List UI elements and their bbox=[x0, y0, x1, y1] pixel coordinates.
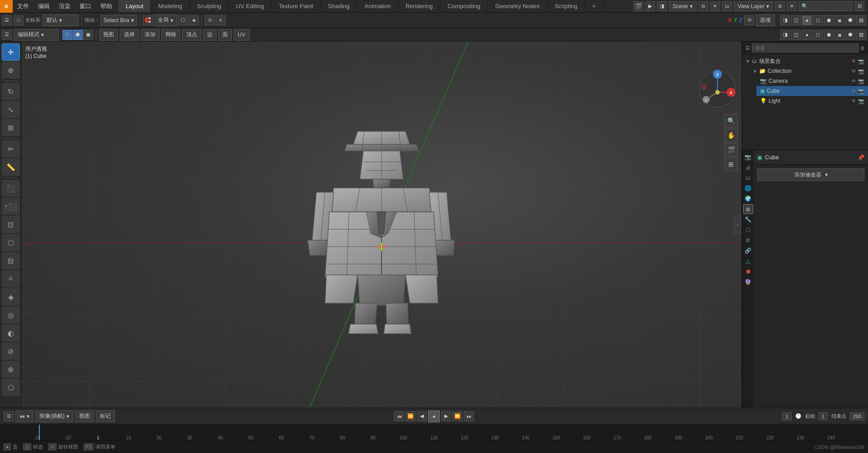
tool-shrink[interactable]: ⊗ bbox=[2, 361, 20, 378]
pin-icon[interactable]: 📌 bbox=[858, 154, 864, 161]
render-icon[interactable]: 📷 bbox=[858, 98, 864, 104]
wireframe-editmode-icon[interactable]: ◻ bbox=[813, 30, 823, 40]
vertex-mode-icon[interactable]: ⬡ bbox=[62, 30, 72, 40]
prop-object-icon[interactable]: ▣ bbox=[743, 204, 753, 214]
tool-shear[interactable]: ⬡ bbox=[2, 379, 20, 396]
render-animation-icon[interactable]: ▶ bbox=[645, 1, 655, 11]
tab-animation[interactable]: Animation bbox=[357, 0, 398, 12]
box-select-key[interactable]: ⊡ bbox=[23, 443, 31, 450]
transform-gizmos-icon[interactable]: ⟲ bbox=[744, 15, 754, 25]
rendered-icon[interactable]: ◼ bbox=[824, 15, 834, 25]
tool-rotate[interactable]: ↻ bbox=[2, 83, 20, 100]
prop-particles-icon[interactable]: ⬡ bbox=[743, 225, 753, 235]
tab-rendering[interactable]: Rendering bbox=[398, 0, 440, 12]
prop-shading-icon[interactable]: 🔮 bbox=[743, 277, 753, 287]
prop-data-icon[interactable]: △ bbox=[743, 256, 753, 266]
tool-move[interactable]: ⊕ bbox=[2, 62, 20, 79]
snap-toggle-icon[interactable]: 🧲 bbox=[143, 15, 153, 25]
menu-window[interactable]: 窗口 bbox=[75, 0, 96, 12]
material-icon[interactable]: ◙ bbox=[835, 15, 844, 25]
jump-end-btn[interactable]: ⏭ bbox=[464, 411, 474, 421]
tool-inset[interactable]: ⊡ bbox=[2, 216, 20, 233]
prop-constraints-icon[interactable]: 🔗 bbox=[743, 246, 753, 256]
editor-type-timeline-icon[interactable]: ☰ bbox=[4, 411, 14, 421]
end-frame[interactable]: 250 bbox=[850, 412, 864, 420]
current-frame[interactable]: 1 bbox=[782, 412, 791, 420]
outliner-item-collection[interactable]: ▼ 📁 Collection 👁 📷 bbox=[749, 66, 868, 76]
jump-start-btn[interactable]: ⏮ bbox=[394, 411, 404, 421]
visibility-icon[interactable]: 👁 bbox=[851, 88, 856, 94]
prop-physics-icon[interactable]: ⚙ bbox=[743, 235, 753, 245]
proportional-type-icon[interactable]: ∧ bbox=[216, 15, 226, 25]
editmode-dropdown[interactable]: 编辑模式 ▾ bbox=[14, 29, 59, 41]
select-mode-dropdown[interactable]: Select Box ▾ bbox=[100, 15, 137, 26]
render-icon[interactable]: 📷 bbox=[858, 58, 864, 64]
tab-texture-paint[interactable]: Texture Paint bbox=[272, 0, 321, 12]
vertex-menu[interactable]: 顶点 bbox=[182, 29, 201, 41]
prev-keyframe-btn[interactable]: ⏪ bbox=[406, 411, 415, 421]
render-icon[interactable]: 📷 bbox=[858, 88, 864, 94]
filter-icon[interactable]: ⊟ bbox=[854, 1, 864, 11]
outliner-item-cube[interactable]: ▣ Cube 👁 📷 bbox=[756, 86, 868, 96]
interpolation-dropdown[interactable]: 抠像(插帧) ▾ bbox=[35, 410, 73, 422]
render-icon[interactable]: 🎬 bbox=[633, 1, 643, 11]
timeline-ruler[interactable]: -20 -10 1 10 20 30 40 50 60 70 80 90 100… bbox=[0, 424, 868, 440]
grid-viewport-icon[interactable]: ⊞ bbox=[724, 157, 738, 171]
visibility-icon[interactable]: 👁 bbox=[851, 68, 856, 74]
viewport-shading-icon[interactable]: ◨ bbox=[657, 1, 667, 11]
snap-options-icon[interactable]: ⬡ bbox=[178, 15, 188, 25]
tool-spin[interactable]: ◎ bbox=[2, 306, 20, 324]
tab-layout[interactable]: Layout bbox=[118, 0, 151, 12]
tool-polypen[interactable]: ◈ bbox=[2, 288, 20, 305]
tool-edge-slide[interactable]: ⊘ bbox=[2, 343, 20, 360]
tool-smooth[interactable]: ◐ bbox=[2, 324, 20, 342]
outliner-search[interactable] bbox=[752, 43, 859, 52]
tab-geometry-nodes[interactable]: Geometry Nodes bbox=[488, 0, 547, 12]
view-layer-icon[interactable]: 🗂 bbox=[722, 1, 732, 11]
proportional-editing-icon[interactable]: ⊙ bbox=[205, 15, 215, 25]
prop-modifier-icon[interactable]: 🔧 bbox=[743, 215, 753, 224]
menu-file[interactable]: 文件 bbox=[13, 0, 33, 12]
menu-render[interactable]: 渲染 bbox=[54, 0, 75, 12]
camera-viewport-icon[interactable]: 🎬 bbox=[724, 143, 738, 157]
tool-cursor[interactable]: ✛ bbox=[2, 43, 20, 61]
tab-compositing[interactable]: Compositing bbox=[440, 0, 488, 12]
tab-shading[interactable]: Shading bbox=[321, 0, 358, 12]
tab-scripting[interactable]: Scripting bbox=[547, 0, 585, 12]
view-layer-selector[interactable]: View Layer ▾ bbox=[734, 1, 773, 11]
add-menu[interactable]: 添加 bbox=[141, 29, 160, 41]
step-fwd-btn[interactable]: ▶ bbox=[441, 411, 451, 421]
overlay-editmode-icon[interactable]: ◨ bbox=[780, 30, 790, 40]
extra2-editmode-icon[interactable]: ▨ bbox=[856, 30, 866, 40]
copy-scene-icon[interactable]: ⧉ bbox=[698, 1, 708, 11]
outliner-item-light[interactable]: 💡 Light 👁 📷 bbox=[756, 96, 868, 106]
step-back-btn[interactable]: ◀ bbox=[417, 411, 427, 421]
editor-type-icon[interactable]: ☰ bbox=[2, 15, 12, 25]
tool-transform[interactable]: ⊞ bbox=[2, 119, 20, 136]
options-btn[interactable]: 选项 bbox=[756, 14, 775, 26]
tool-add-cube[interactable]: ⬛ bbox=[2, 180, 20, 197]
view-timeline-btn[interactable]: 视图 bbox=[75, 410, 94, 422]
menu-edit[interactable]: 编辑 bbox=[33, 0, 54, 12]
rotate-key[interactable]: ↻ bbox=[48, 443, 57, 450]
material-editmode-icon[interactable]: ◙ bbox=[835, 30, 844, 40]
copy-view-layer-icon[interactable]: ⧉ bbox=[775, 1, 785, 11]
tool-scale[interactable]: ⤡ bbox=[2, 101, 20, 118]
close-scene-icon[interactable]: ✕ bbox=[710, 1, 720, 11]
visibility-icon[interactable]: 👁 bbox=[851, 78, 856, 84]
coord-dropdown[interactable]: 默认 ▾ bbox=[42, 14, 79, 26]
menu-key[interactable]: F3 bbox=[84, 443, 94, 450]
playback-dropdown[interactable]: ⏮ ▾ bbox=[15, 410, 33, 422]
visibility-icon[interactable]: 👁 bbox=[851, 98, 856, 104]
uv-menu[interactable]: UV bbox=[234, 29, 250, 41]
extra-editmode-icon[interactable]: ⬟ bbox=[845, 30, 855, 40]
tool-annotate[interactable]: ✏ bbox=[2, 140, 20, 157]
snap-extra-icon[interactable]: ◈ bbox=[189, 15, 199, 25]
next-keyframe-btn[interactable]: ⏩ bbox=[453, 411, 462, 421]
prop-render-icon[interactable]: 📷 bbox=[743, 152, 753, 162]
global-search[interactable]: 🔍 bbox=[798, 1, 853, 11]
visibility-icon[interactable]: 👁 bbox=[851, 58, 856, 64]
tool-loop-cut[interactable]: ⊟ bbox=[2, 252, 20, 269]
prop-world-icon[interactable]: 🌍 bbox=[743, 194, 753, 204]
play-stop-btn[interactable]: ● bbox=[428, 410, 440, 422]
